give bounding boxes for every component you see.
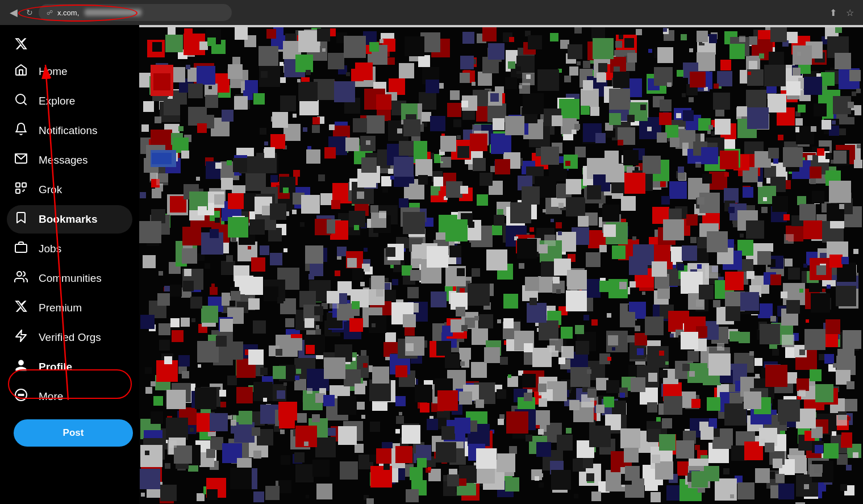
notifications-label: Notifications (39, 124, 98, 137)
url-text: x.com, (57, 9, 79, 17)
sidebar: Home Explore Notifications (0, 25, 139, 504)
svg-point-7 (17, 272, 22, 276)
svg-point-12 (22, 394, 23, 395)
sidebar-item-explore[interactable]: Explore (7, 87, 132, 115)
site-icon: ☍ (47, 9, 53, 16)
notifications-icon (14, 122, 28, 139)
svg-point-10 (18, 394, 19, 395)
page-layout: Home Explore Notifications (0, 25, 863, 504)
content-canvas (139, 25, 863, 504)
browser-right-icons: ⬆ ☆ (829, 7, 854, 18)
sidebar-item-messages[interactable]: Messages (7, 146, 132, 174)
sidebar-item-grok[interactable]: Grok (7, 176, 132, 204)
communities-label: Communities (39, 272, 102, 285)
explore-label: Explore (39, 95, 75, 107)
home-icon (14, 63, 28, 80)
sidebar-item-communities[interactable]: Communities (7, 264, 132, 293)
sidebar-item-bookmarks[interactable]: Bookmarks (7, 205, 132, 234)
grok-label: Grok (39, 184, 62, 196)
browser-chrome: ◀ ↻ ☍ x.com, ⬆ ☆ (0, 0, 863, 25)
svg-rect-3 (16, 183, 20, 187)
explore-icon (14, 93, 28, 110)
profile-icon (14, 359, 28, 376)
sidebar-item-verified-orgs[interactable]: Verified Orgs (7, 323, 132, 352)
more-label: More (39, 390, 63, 403)
jobs-icon (14, 240, 28, 257)
svg-line-1 (24, 102, 26, 105)
back-button[interactable]: ◀ (7, 6, 20, 19)
more-icon (14, 388, 28, 405)
grok-icon (14, 181, 28, 198)
jobs-label: Jobs (39, 243, 61, 255)
svg-point-11 (20, 394, 22, 395)
address-bar[interactable]: ☍ x.com, (39, 4, 232, 21)
post-button[interactable]: Post (14, 419, 133, 447)
communities-icon (14, 270, 28, 287)
x-logo[interactable] (7, 28, 35, 57)
x-logo-svg (14, 37, 28, 51)
main-content (139, 25, 863, 504)
bookmarks-icon (14, 211, 28, 228)
sidebar-item-home[interactable]: Home (7, 57, 132, 86)
sidebar-item-jobs[interactable]: Jobs (7, 235, 132, 263)
verified-orgs-label: Verified Orgs (39, 331, 101, 344)
share-icon[interactable]: ⬆ (829, 7, 837, 18)
messages-label: Messages (39, 154, 88, 166)
home-label: Home (39, 65, 68, 78)
messages-icon (14, 152, 28, 169)
profile-label: Profile (39, 361, 72, 373)
sidebar-item-profile[interactable]: Profile (7, 353, 132, 381)
svg-rect-5 (16, 189, 20, 193)
url-blurred-part (85, 9, 141, 16)
sidebar-item-more[interactable]: More (7, 382, 132, 411)
premium-label: Premium (39, 302, 82, 314)
verified-orgs-icon (14, 329, 28, 346)
bookmarks-label: Bookmarks (39, 213, 98, 226)
svg-rect-4 (22, 183, 26, 187)
svg-marker-8 (16, 330, 26, 341)
svg-rect-6 (15, 244, 27, 252)
premium-icon (14, 299, 28, 316)
bookmark-star-icon[interactable]: ☆ (846, 7, 854, 18)
sidebar-item-premium[interactable]: Premium (7, 294, 132, 322)
sidebar-item-notifications[interactable]: Notifications (7, 116, 132, 145)
refresh-button[interactable]: ↻ (26, 8, 33, 17)
